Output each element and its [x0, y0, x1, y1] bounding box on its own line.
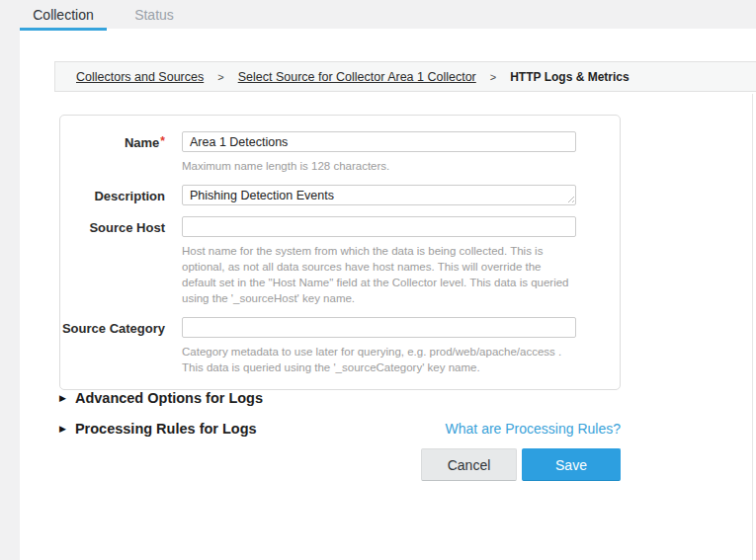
breadcrumb-link-collectors-and-sources[interactable]: Collectors and Sources [76, 70, 204, 84]
tab-status-label: Status [134, 7, 174, 23]
source-category-label: Source Category [60, 317, 165, 375]
form-actions: Cancel Save [59, 448, 621, 481]
breadcrumb-separator: > [490, 71, 496, 83]
panel-right-edge-divider [752, 94, 753, 560]
description-textarea[interactable]: Phishing Detection Events [182, 185, 576, 205]
name-label: Name* [60, 131, 165, 174]
breadcrumb: Collectors and Sources > Select Source f… [54, 61, 756, 92]
save-button[interactable]: Save [522, 448, 621, 481]
main-panel: Collectors and Sources > Select Source f… [20, 29, 756, 560]
expand-triangle-icon: ▶ [59, 425, 66, 434]
source-host-label: Source Host [60, 216, 165, 306]
expand-triangle-icon: ▶ [59, 394, 66, 403]
breadcrumb-separator: > [217, 71, 223, 83]
source-config-form: Name* Maximum name length is 128 charact… [59, 115, 621, 390]
name-row: Name* Maximum name length is 128 charact… [60, 131, 620, 174]
description-label: Description [60, 185, 165, 205]
processing-rules-title: Processing Rules for Logs [75, 421, 257, 437]
section-advanced-options[interactable]: ▶ Advanced Options for Logs [59, 390, 621, 406]
source-category-input[interactable] [182, 317, 576, 338]
cancel-button[interactable]: Cancel [421, 448, 517, 481]
tab-collection-label: Collection [33, 7, 93, 23]
tab-bar: Collection Status [0, 0, 756, 29]
processing-rules-help-link[interactable]: What are Processing Rules? [446, 421, 621, 437]
description-row: Description Phishing Detection Events [60, 185, 620, 205]
advanced-options-title: Advanced Options for Logs [75, 390, 263, 406]
tab-collection[interactable]: Collection [20, 0, 107, 29]
tab-status[interactable]: Status [121, 0, 188, 29]
source-category-help-text: Category metadata to use later for query… [182, 344, 576, 375]
breadcrumb-link-select-source[interactable]: Select Source for Collector Area 1 Colle… [238, 70, 476, 84]
name-input[interactable] [182, 131, 576, 152]
name-help-text: Maximum name length is 128 characters. [182, 158, 576, 174]
source-host-help-text: Host name for the system from which the … [182, 243, 576, 306]
section-processing-rules[interactable]: ▶ Processing Rules for Logs What are Pro… [59, 421, 621, 437]
source-host-row: Source Host Host name for the system fro… [60, 216, 620, 306]
breadcrumb-current-page: HTTP Logs & Metrics [510, 70, 629, 84]
source-category-row: Source Category Category metadata to use… [60, 317, 620, 375]
source-host-input[interactable] [182, 216, 576, 237]
required-asterisk: * [160, 134, 165, 148]
